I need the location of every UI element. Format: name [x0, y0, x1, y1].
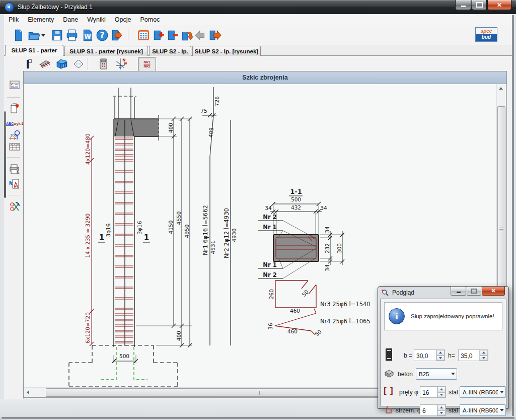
magnifier-icon	[382, 289, 389, 297]
sec-dim-232: 232	[324, 243, 330, 253]
b-input[interactable]	[414, 350, 436, 361]
prety-input[interactable]	[420, 387, 437, 397]
print-drawing-button[interactable]	[8, 163, 21, 175]
foundation-drawing	[69, 345, 178, 386]
beton-combo[interactable]: B25	[416, 368, 457, 380]
h-spin-down-icon[interactable]	[482, 357, 485, 359]
h-label: h=	[448, 352, 455, 359]
materials-button[interactable]	[71, 57, 86, 71]
bars-label-right: 3φ16	[136, 221, 142, 234]
dialog-maximize-button[interactable]	[467, 287, 481, 296]
beton-combo-arrow-icon[interactable]	[449, 369, 457, 379]
dialog-close-icon: ✕	[491, 288, 495, 294]
export-drawing-button[interactable]	[8, 178, 21, 190]
new-file-icon	[12, 29, 25, 42]
dialog-close-button[interactable]: ✕	[482, 287, 505, 296]
h-spin-up-icon[interactable]	[482, 352, 485, 354]
dimension-style-button[interactable]: 100	[8, 129, 21, 142]
table-view-button[interactable]	[8, 141, 21, 153]
stal-combo[interactable]: A-IIIN (RB500W	[460, 386, 506, 398]
copy-element-icon	[180, 29, 193, 42]
stal-combo-arrow-icon[interactable]	[498, 387, 505, 397]
menu-plik[interactable]: Plik	[4, 16, 23, 23]
menu-pomoc[interactable]: Pomoc	[136, 16, 165, 23]
main-toolbar: W ? specbud	[4, 25, 512, 45]
next-element-icon	[208, 29, 222, 42]
prety-spin-up-icon[interactable]	[440, 388, 443, 390]
svg-text:100: 100	[10, 133, 17, 137]
stal2-value: A-IIIN (RB500W	[460, 407, 498, 413]
b-spinbox	[414, 349, 445, 361]
svg-text:M: M	[124, 61, 127, 66]
menu-elementy[interactable]: Elementy	[23, 16, 58, 23]
h-spinner[interactable]	[479, 350, 488, 361]
minimize-icon	[461, 6, 466, 7]
exit-button[interactable]	[109, 28, 124, 43]
prety-spinner[interactable]	[437, 387, 446, 397]
add-element-button[interactable]	[151, 28, 166, 43]
stirrup1-hook: 50	[301, 289, 310, 298]
close-button[interactable]: ✕	[487, 0, 511, 10]
scroll-left-button[interactable]	[24, 388, 32, 397]
strzem-input[interactable]	[420, 405, 437, 415]
b-spinner[interactable]	[436, 350, 445, 361]
prety-spin-down-icon[interactable]	[440, 394, 443, 396]
help-button[interactable]: ?	[95, 28, 110, 43]
tab-slup-s2-ip[interactable]: SŁUP S2 - Ip.	[149, 46, 191, 56]
rebar-numbers-button[interactable]: NR1 NR2	[138, 57, 156, 72]
dimension-icon: 100	[9, 129, 21, 142]
dim-400-top: 400	[168, 123, 174, 133]
previous-element-button[interactable]	[193, 28, 208, 43]
remove-element-button[interactable]	[165, 28, 180, 43]
column-scheme-button[interactable]	[20, 57, 35, 71]
dialog-minimize-button[interactable]	[451, 287, 466, 296]
abc-description-button[interactable]: ABC wyk.1	[8, 118, 21, 130]
b-spin-up-icon[interactable]	[439, 352, 442, 354]
menu-dane[interactable]: Dane	[58, 16, 83, 23]
report-view-button[interactable]	[8, 79, 21, 91]
beam-drawing	[114, 115, 159, 141]
calculator-button[interactable]	[96, 57, 111, 71]
print-button[interactable]	[64, 28, 80, 43]
stal2-combo[interactable]: A-IIIN (RB500W	[460, 404, 506, 416]
tab-slup-s1-parter-rysunek[interactable]: SŁUP S1 - parter [rysunek]	[64, 46, 148, 56]
stirrup2-hook: 50	[314, 328, 323, 337]
maximize-button[interactable]	[472, 0, 487, 10]
leader-nr2-top: Nr 2	[263, 214, 276, 221]
bars-label-left: 3φ16	[105, 223, 111, 237]
copy-element-button[interactable]	[179, 28, 194, 43]
drawing-tools-button[interactable]	[8, 201, 21, 213]
export-word-button[interactable]: W	[80, 28, 95, 43]
save-button[interactable]	[49, 28, 64, 43]
next-element-button[interactable]	[207, 28, 223, 43]
add-drawing-button[interactable]	[8, 102, 21, 114]
open-dropdown-icon[interactable]	[41, 34, 45, 37]
window-right-frame-shade	[512, 15, 514, 416]
toolbar-separator	[128, 29, 128, 41]
scroll-up-button[interactable]	[497, 84, 505, 93]
data-table-button[interactable]	[136, 28, 151, 43]
loads-button[interactable]	[37, 57, 52, 71]
title-bar[interactable]: Słup Żelbetowy - Przykład 1 ✕	[0, 0, 516, 14]
strzem-spinbox	[420, 404, 446, 416]
section-mark-left: 1	[99, 233, 104, 242]
tab-slup-s1-parter[interactable]: SŁUP S1 - parter	[5, 45, 63, 56]
left-sidebar: ABC wyk.1 100	[4, 71, 24, 399]
h-input[interactable]	[459, 350, 479, 361]
menu-wyniki[interactable]: Wyniki	[83, 16, 110, 23]
strzem-spinner[interactable]	[437, 405, 446, 415]
open-file-button[interactable]	[26, 28, 46, 43]
strzem-spin-down-icon[interactable]	[440, 412, 443, 414]
minimize-button[interactable]	[455, 0, 471, 10]
tab-slup-s2-ip-rysunek[interactable]: SŁUP S2 - Ip. [rysunek]	[192, 46, 261, 56]
internal-forces-button[interactable]: NM	[113, 57, 128, 71]
b-spin-down-icon[interactable]	[439, 357, 442, 359]
stal2-combo-arrow-icon[interactable]	[498, 405, 505, 415]
new-file-button[interactable]	[11, 28, 26, 43]
column-section-icon	[386, 348, 392, 361]
menu-opcje[interactable]: Opcje	[110, 16, 136, 23]
foundation-dim-500: 500	[119, 353, 129, 359]
structure-3d-button[interactable]	[54, 57, 69, 71]
structure-3d-icon	[55, 57, 68, 71]
strzem-spin-up-icon[interactable]	[440, 406, 443, 408]
